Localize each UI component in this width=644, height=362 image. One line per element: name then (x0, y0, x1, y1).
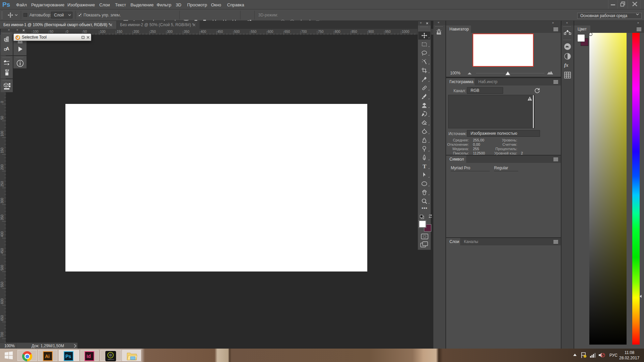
svg-text:!: ! (585, 355, 586, 358)
svg-text:T: T (423, 163, 427, 169)
